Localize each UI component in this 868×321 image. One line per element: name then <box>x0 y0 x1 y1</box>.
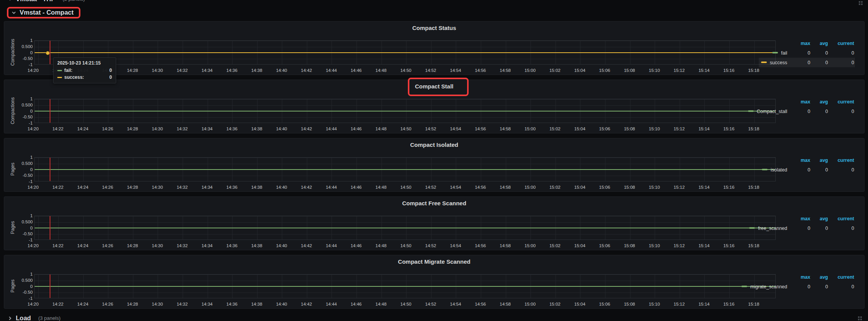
grid-dots-icon[interactable] <box>858 0 863 6</box>
x-axis-tick-label: 15:02 <box>549 302 561 306</box>
plot-area[interactable] <box>34 216 776 240</box>
plot-area[interactable] <box>34 157 776 181</box>
panel-title[interactable]: Compact Isolated <box>4 141 864 148</box>
x-axis: 14:2014:2214:2414:2614:2814:3014:3214:34… <box>34 126 776 132</box>
y-axis-tick-label: 0.500 <box>19 220 33 224</box>
legend-header-avg[interactable]: avg <box>810 155 828 165</box>
y-axis: 10.5000-0.50-1 <box>19 255 33 309</box>
x-axis-tick-label: 15:00 <box>524 185 536 190</box>
series-line <box>35 52 775 53</box>
x-axis-tick-label: 15:10 <box>649 302 660 306</box>
panel-title[interactable]: Compact Status <box>4 25 864 31</box>
x-axis-tick-label: 14:36 <box>226 243 237 248</box>
y-axis-tick-label: -1 <box>19 62 33 67</box>
legend-header-spacer <box>760 155 793 165</box>
legend-value-max: 0 <box>793 282 810 291</box>
series-color-marker[interactable] <box>748 110 754 112</box>
x-axis-tick-label: 14:56 <box>475 302 486 306</box>
series-color-marker[interactable] <box>762 169 768 170</box>
legend-header-avg[interactable]: avg <box>810 272 828 282</box>
x-axis-tick-label: 14:34 <box>202 243 213 248</box>
legend: maxavgcurrentfree_scanned000 <box>747 214 855 233</box>
legend-header-current[interactable]: current <box>828 97 855 106</box>
x-axis-tick-label: 15:08 <box>624 243 635 248</box>
x-axis-tick-label: 15:04 <box>574 126 586 131</box>
x-axis-tick-label: 14:22 <box>52 243 63 248</box>
legend-value-avg: 0 <box>810 48 828 58</box>
legend-header-spacer <box>759 38 793 48</box>
x-axis-tick-label: 15:00 <box>524 243 536 248</box>
plot-area[interactable] <box>34 40 776 65</box>
legend-series-name[interactable]: fail <box>759 48 793 58</box>
plot-area[interactable] <box>34 99 776 123</box>
legend-header-current[interactable]: current <box>828 38 855 48</box>
legend-header-avg[interactable]: avg <box>810 214 828 223</box>
x-axis-tick-label: 14:20 <box>28 185 39 190</box>
series-line <box>35 228 775 228</box>
legend-series-name[interactable]: Compact_stall <box>746 106 793 116</box>
y-axis-label: Compactions <box>10 29 16 75</box>
legend-header-avg[interactable]: avg <box>810 38 828 48</box>
series-color-marker[interactable] <box>761 62 767 63</box>
x-axis-tick-label: 14:34 <box>202 185 213 190</box>
x-axis-tick-label: 14:44 <box>326 185 337 190</box>
x-axis-tick-label: 14:48 <box>376 302 387 306</box>
x-axis-tick-label: 14:36 <box>226 68 237 73</box>
x-axis-tick-label: 14:40 <box>276 185 287 190</box>
x-axis-tick-label: 15:16 <box>723 185 734 190</box>
x-axis-tick-label: 14:54 <box>450 68 461 73</box>
chevron-down-icon[interactable] <box>12 10 16 15</box>
legend-header-current[interactable]: current <box>828 214 855 223</box>
y-axis-tick-label: 1 <box>19 155 33 160</box>
legend-series-name[interactable]: free_scanned <box>747 223 793 233</box>
section-header-vmstat-thp[interactable]: Vmstat - THP (2 panels) <box>8 0 85 3</box>
legend-header-max[interactable]: max <box>793 155 810 165</box>
legend-header-max[interactable]: max <box>793 214 810 223</box>
legend-header-current[interactable]: current <box>828 155 855 165</box>
y-axis-tick-label: -0.50 <box>19 173 33 178</box>
section-header-load[interactable]: Load (3 panels) <box>8 314 60 321</box>
x-axis-tick-label: 15:10 <box>649 68 660 73</box>
x-axis-tick-label: 15:12 <box>674 302 685 306</box>
chevron-down-icon[interactable] <box>8 0 12 2</box>
section-title[interactable]: Vmstat - THP <box>16 0 55 3</box>
legend: maxavgcurrentmigrate_scanned000 <box>739 272 855 291</box>
grid-dots-icon[interactable] <box>857 316 863 321</box>
section-header-vmstat-compact[interactable]: Vmstat - Compact <box>7 7 80 18</box>
x-axis-tick-label: 14:24 <box>77 243 88 248</box>
chevron-right-icon[interactable] <box>8 316 12 321</box>
legend-series-name[interactable]: isolated <box>760 165 793 175</box>
legend-header-max[interactable]: max <box>793 272 810 282</box>
x-axis-tick-label: 15:18 <box>748 243 760 248</box>
legend-header-row: maxavgcurrent <box>759 38 855 48</box>
section-title[interactable]: Vmstat - Compact <box>20 9 73 16</box>
series-color-marker[interactable] <box>741 286 747 287</box>
legend-series-name[interactable]: migrate_scanned <box>739 282 793 291</box>
panel-title[interactable]: Compact Migrate Scanned <box>4 258 864 265</box>
section-title[interactable]: Load <box>16 314 31 321</box>
x-axis-tick-label: 15:02 <box>549 243 561 248</box>
legend-header-current[interactable]: current <box>828 272 855 282</box>
series-line <box>35 111 775 111</box>
x-axis-tick-label: 15:14 <box>698 126 709 131</box>
legend-series-name[interactable]: success <box>759 58 793 67</box>
y-axis-tick-label: 0.500 <box>19 44 33 49</box>
plot-area[interactable] <box>34 274 776 298</box>
legend-header-spacer <box>747 214 793 223</box>
x-axis-tick-label: 14:42 <box>301 68 312 73</box>
legend-header-max[interactable]: max <box>793 97 810 106</box>
series-color-marker[interactable] <box>749 227 755 229</box>
panel-title[interactable]: Compact Free Scanned <box>4 200 864 206</box>
series-color-marker[interactable] <box>772 52 778 53</box>
x-axis: 14:2014:2214:2414:2614:2814:3014:3214:34… <box>34 243 776 249</box>
x-axis-tick-label: 14:28 <box>127 68 138 73</box>
x-axis-tick-label: 14:26 <box>102 185 113 190</box>
x-axis-tick-label: 15:14 <box>698 302 709 306</box>
legend-header-max[interactable]: max <box>793 38 810 48</box>
x-axis-tick-label: 14:52 <box>425 185 436 190</box>
panel-title[interactable]: Compact Stall <box>4 83 864 90</box>
legend-header-avg[interactable]: avg <box>810 97 828 106</box>
legend-series-row: free_scanned000 <box>747 223 855 233</box>
y-axis: 10.5000-0.50-1 <box>19 138 33 192</box>
x-axis-tick-label: 15:16 <box>723 302 734 306</box>
